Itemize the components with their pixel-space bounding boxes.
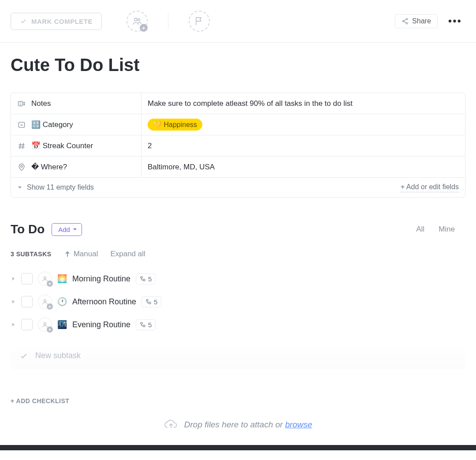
priority-flag-button[interactable] bbox=[189, 11, 210, 32]
new-subtask-row[interactable] bbox=[11, 342, 465, 369]
cloud-upload-icon bbox=[164, 418, 178, 432]
svg-point-1 bbox=[138, 19, 140, 21]
subtask-row: + 🕐 Afternoon Routine 5 bbox=[11, 290, 465, 313]
field-value-category[interactable]: 💛 Happiness bbox=[141, 114, 465, 135]
number-field-icon bbox=[17, 142, 26, 150]
subtask-name[interactable]: Morning Routine bbox=[72, 274, 130, 284]
share-icon bbox=[402, 18, 409, 25]
svg-rect-6 bbox=[19, 122, 24, 127]
subtask-assignee-button[interactable]: + bbox=[38, 272, 52, 286]
add-assignee-badge: + bbox=[140, 24, 148, 32]
task-title[interactable]: Cute To Do List bbox=[0, 43, 476, 84]
expand-caret-icon[interactable] bbox=[11, 322, 16, 327]
svg-point-0 bbox=[134, 18, 137, 21]
add-checklist-button[interactable]: + ADD CHECKLIST bbox=[0, 369, 476, 404]
add-subtask-button[interactable]: Add bbox=[52, 223, 82, 236]
expand-caret-icon[interactable] bbox=[11, 276, 16, 281]
svg-point-11 bbox=[44, 300, 46, 302]
caret-down-icon bbox=[73, 227, 77, 232]
svg-point-10 bbox=[143, 279, 145, 281]
new-subtask-input[interactable] bbox=[35, 351, 457, 360]
svg-point-15 bbox=[141, 322, 142, 324]
manual-sort-button[interactable]: Manual bbox=[64, 250, 98, 258]
todo-section-title: To Do bbox=[11, 222, 45, 236]
todo-header: To Do Add All Mine bbox=[0, 198, 476, 239]
subtask-emoji: 🌃 bbox=[57, 320, 67, 329]
field-row-streak: 📅 Streak Counter 2 bbox=[11, 135, 465, 157]
mark-complete-button[interactable]: MARK COMPLETE bbox=[11, 13, 102, 30]
field-row-category: 🔠 Category 💛 Happiness bbox=[11, 114, 465, 135]
subtask-name[interactable]: Evening Routine bbox=[72, 320, 130, 329]
subtask-name[interactable]: Afternoon Routine bbox=[72, 297, 136, 307]
more-menu-button[interactable]: ••• bbox=[445, 11, 465, 31]
svg-point-9 bbox=[141, 277, 142, 278]
subtask-checkbox[interactable] bbox=[21, 319, 33, 330]
subtask-checkbox[interactable] bbox=[21, 296, 33, 307]
subtask-icon bbox=[140, 322, 146, 328]
field-row-where: � Where? Baltimore, MD, USA bbox=[11, 157, 465, 178]
arrow-up-icon bbox=[64, 251, 71, 258]
expand-caret-icon[interactable] bbox=[11, 299, 16, 304]
subtask-emoji: 🌅 bbox=[57, 274, 67, 284]
field-value-streak[interactable]: 2 bbox=[141, 135, 465, 156]
share-button[interactable]: Share bbox=[395, 14, 438, 28]
browse-link[interactable]: browse bbox=[285, 420, 312, 429]
subtask-icon bbox=[140, 276, 146, 282]
custom-fields-table: Notes Make sure to complete atleast 90% … bbox=[11, 93, 465, 198]
field-row-notes: Notes Make sure to complete atleast 90% … bbox=[11, 93, 465, 114]
filter-mine-tab[interactable]: Mine bbox=[435, 223, 458, 236]
subtask-assignee-button[interactable]: + bbox=[38, 318, 52, 332]
filter-all-tab[interactable]: All bbox=[413, 223, 428, 236]
field-value-where[interactable]: Baltimore, MD, USA bbox=[141, 157, 465, 177]
svg-point-13 bbox=[149, 302, 151, 304]
subtask-icon bbox=[145, 299, 152, 305]
subtask-emoji: 🕐 bbox=[57, 297, 67, 307]
add-assignee-mini-badge: + bbox=[47, 326, 53, 333]
subtask-row: + 🌅 Morning Routine 5 bbox=[11, 267, 465, 290]
svg-point-16 bbox=[143, 325, 145, 327]
caret-down-icon bbox=[17, 185, 22, 190]
field-label-notes: Notes bbox=[11, 93, 141, 114]
subtask-count-label: 3 SUBTASKS bbox=[11, 251, 52, 258]
show-empty-fields-button[interactable]: Show 11 empty fields bbox=[17, 183, 94, 191]
assignees-button[interactable]: + bbox=[126, 11, 148, 32]
add-edit-fields-button[interactable]: + Add or edit fields bbox=[401, 183, 459, 192]
fields-footer: Show 11 empty fields + Add or edit field… bbox=[11, 178, 465, 197]
dropdown-field-icon bbox=[17, 120, 26, 129]
location-field-icon bbox=[17, 163, 26, 172]
field-label-streak: 📅 Streak Counter bbox=[11, 135, 141, 156]
subtask-meta-row: 3 SUBTASKS Manual Expand all bbox=[0, 239, 476, 267]
check-icon bbox=[19, 352, 28, 360]
subtask-children-count[interactable]: 5 bbox=[136, 319, 156, 330]
subtask-children-count[interactable]: 5 bbox=[136, 273, 156, 284]
field-value-notes[interactable]: Make sure to complete atleast 90% of all… bbox=[141, 93, 465, 114]
toolbar-divider bbox=[168, 13, 168, 29]
attachment-dropzone[interactable]: Drop files here to attach or browse bbox=[0, 404, 476, 445]
svg-rect-5 bbox=[19, 101, 23, 106]
check-icon bbox=[20, 18, 27, 25]
subtask-row: + 🌃 Evening Routine 5 bbox=[11, 313, 465, 336]
category-tag: 💛 Happiness bbox=[148, 119, 202, 131]
bottom-bar bbox=[0, 445, 476, 450]
subtask-checkbox[interactable] bbox=[21, 273, 33, 284]
add-assignee-mini-badge: + bbox=[47, 280, 53, 287]
expand-all-button[interactable]: Expand all bbox=[110, 250, 145, 258]
flag-icon bbox=[194, 16, 205, 26]
mark-complete-label: MARK COMPLETE bbox=[31, 18, 93, 25]
subtask-list: + 🌅 Morning Routine 5 + 🕐 Afternoon Rout… bbox=[0, 267, 476, 369]
svg-point-14 bbox=[44, 323, 46, 325]
text-field-icon bbox=[17, 99, 26, 108]
svg-point-12 bbox=[146, 299, 148, 301]
ellipsis-icon: ••• bbox=[448, 15, 462, 27]
svg-point-8 bbox=[44, 277, 46, 279]
field-label-category: 🔠 Category bbox=[11, 114, 141, 135]
subtask-assignee-button[interactable]: + bbox=[38, 295, 52, 309]
field-label-where: � Where? bbox=[11, 157, 141, 177]
dropzone-text: Drop files here to attach or browse bbox=[184, 420, 312, 430]
share-label: Share bbox=[412, 17, 431, 25]
svg-point-7 bbox=[21, 165, 22, 167]
subtask-children-count[interactable]: 5 bbox=[141, 296, 161, 307]
add-assignee-mini-badge: + bbox=[47, 303, 53, 310]
